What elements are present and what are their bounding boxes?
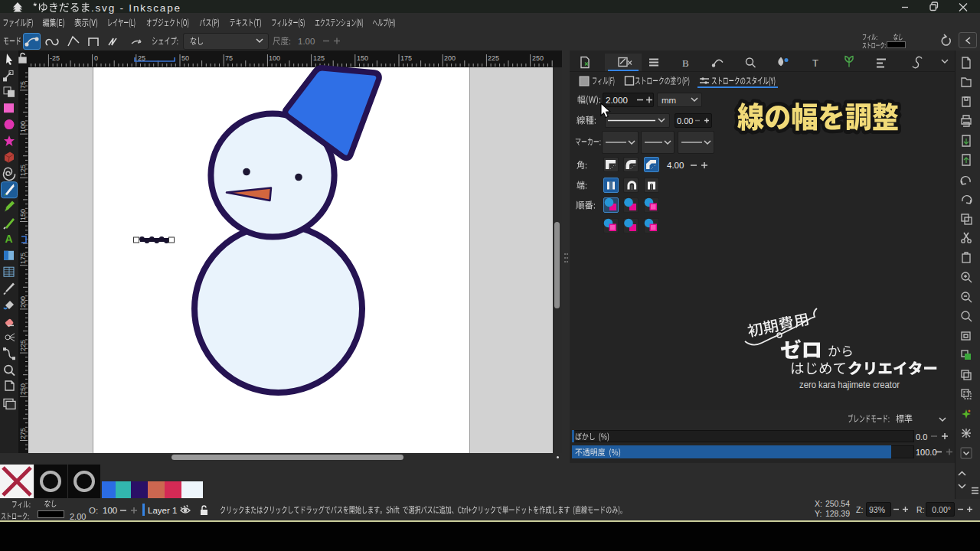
svg-text:175: 175 xyxy=(400,54,412,62)
svg-text:93%: 93% xyxy=(869,505,885,514)
svg-text:0.00°: 0.00° xyxy=(932,505,951,514)
svg-text:250.54: 250.54 xyxy=(825,499,850,508)
svg-text:75: 75 xyxy=(225,54,233,62)
svg-text:X:: X: xyxy=(815,499,822,508)
svg-text:O:: O: xyxy=(89,506,98,515)
svg-text:0.00: 0.00 xyxy=(677,116,693,126)
svg-text:T: T xyxy=(812,57,818,69)
svg-text:0.0: 0.0 xyxy=(916,432,927,442)
svg-text:-25: -25 xyxy=(50,54,60,62)
svg-text:zero kara hajimete creator: zero kara hajimete creator xyxy=(799,380,900,390)
svg-text:200: 200 xyxy=(19,296,27,308)
svg-text:A: A xyxy=(5,233,13,245)
svg-text:.svg - Inkscape: .svg - Inkscape xyxy=(91,2,181,14)
svg-text:200: 200 xyxy=(444,54,456,62)
svg-text:1.00: 1.00 xyxy=(298,37,315,46)
svg-text:B: B xyxy=(682,57,689,69)
svg-text:125: 125 xyxy=(19,165,27,176)
svg-text:150: 150 xyxy=(357,54,368,62)
svg-text:Y:: Y: xyxy=(815,509,822,518)
svg-text:100: 100 xyxy=(103,506,117,515)
svg-text:275: 275 xyxy=(19,428,27,439)
svg-text:2.00: 2.00 xyxy=(70,512,86,521)
svg-text:50: 50 xyxy=(181,54,189,62)
svg-text:128.39: 128.39 xyxy=(825,509,850,518)
svg-text:125: 125 xyxy=(313,54,325,62)
svg-text:Layer 1: Layer 1 xyxy=(148,506,177,515)
svg-text:100: 100 xyxy=(269,54,280,62)
svg-text:0: 0 xyxy=(94,54,98,62)
svg-text:Z:: Z: xyxy=(856,505,863,514)
svg-text:250: 250 xyxy=(532,54,544,62)
svg-text:2.000: 2.000 xyxy=(606,96,628,105)
svg-text:250: 250 xyxy=(19,383,27,395)
svg-text:100: 100 xyxy=(19,121,27,132)
svg-text:225: 225 xyxy=(19,340,27,351)
svg-text:4.00: 4.00 xyxy=(667,161,684,170)
svg-text:100.0: 100.0 xyxy=(916,448,937,457)
svg-text:mm: mm xyxy=(662,96,676,105)
svg-text:175: 175 xyxy=(19,253,27,264)
svg-text:225: 225 xyxy=(488,54,499,62)
svg-text:75: 75 xyxy=(19,81,27,89)
svg-text:150: 150 xyxy=(19,209,27,220)
svg-text:R:: R: xyxy=(916,505,925,514)
